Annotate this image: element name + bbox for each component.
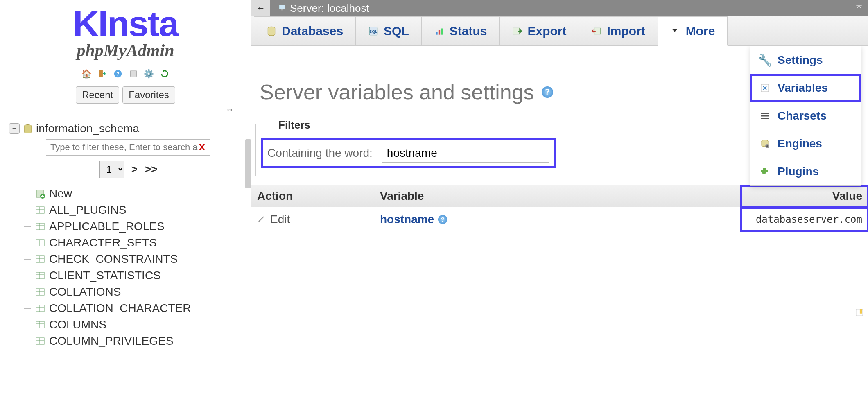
dropdown-label: Variables — [778, 81, 828, 95]
tree-table[interactable]: CLIENT_STATISTICS — [35, 267, 248, 284]
tab-databases[interactable]: Databases — [254, 16, 356, 45]
dropdown-engines[interactable]: Engines — [750, 130, 861, 158]
home-icon[interactable]: 🏠 — [81, 68, 92, 79]
tree-table[interactable]: COLUMNS — [35, 317, 248, 333]
tree-table-label: ALL_PLUGINS — [49, 203, 126, 217]
help-icon[interactable]: ? — [542, 86, 553, 98]
svg-rect-16 — [279, 5, 285, 9]
row-variable-label: hostname — [380, 213, 434, 226]
table-icon — [35, 320, 45, 330]
logo[interactable]: KInsta phpMyAdmin — [73, 0, 178, 63]
dropdown-label: Engines — [778, 137, 822, 150]
tree-new[interactable]: New — [35, 185, 248, 202]
db-tree: − information_schema X 1 > >> — [0, 118, 251, 416]
engines-icon — [760, 138, 770, 149]
tab-favorites[interactable]: Favorites — [122, 86, 175, 104]
tree-table[interactable]: COLLATION_CHARACTER_ — [35, 300, 248, 317]
svg-rect-21 — [436, 32, 437, 35]
sidebar: KInsta phpMyAdmin 🏠 ? ⚙️ Recent Favorite… — [0, 0, 251, 416]
sidebar-tabs: Recent Favorites — [76, 86, 175, 104]
database-icon — [266, 26, 277, 36]
pencil-icon — [257, 213, 266, 226]
logo-kinsta: KInsta — [73, 7, 178, 40]
wrench-icon: 🔧 — [760, 55, 770, 66]
tree-table-label: CHECK_CONSTRAINTS — [49, 253, 178, 266]
tree-table[interactable]: COLLATIONS — [35, 284, 248, 300]
reload-icon[interactable] — [159, 68, 170, 79]
variables-grid: Action Variable Value Edit hostname ? — [251, 185, 868, 232]
containing-word-row: Containing the word: — [263, 140, 554, 166]
new-table-icon — [35, 189, 45, 199]
tree-table[interactable]: APPLICABLE_ROLES — [35, 218, 248, 235]
filters-legend: Filters — [270, 115, 319, 135]
collapse-icon[interactable]: − — [9, 123, 20, 134]
tab-import[interactable]: Import — [579, 16, 658, 45]
chevron-down-icon — [670, 26, 681, 36]
database-icon — [23, 124, 33, 133]
docs-icon[interactable]: ? — [113, 68, 123, 79]
db-name[interactable]: information_schema — [36, 122, 139, 135]
sidebar-scrollbar[interactable] — [245, 139, 251, 188]
tree-page-last[interactable]: >> — [145, 163, 157, 175]
logout-icon[interactable] — [97, 68, 108, 79]
table-icon — [35, 303, 45, 313]
tree-table[interactable]: ALL_PLUGINS — [35, 202, 248, 218]
tab-label: Databases — [282, 24, 343, 38]
dropdown-label: Plugins — [778, 165, 819, 178]
tab-status[interactable]: Status — [422, 16, 500, 45]
bookmark-icon[interactable] — [855, 308, 864, 319]
link-icon[interactable] — [225, 107, 235, 116]
logo-phpmyadmin: phpMyAdmin — [73, 41, 178, 60]
svg-rect-22 — [439, 30, 440, 35]
breadcrumb-server[interactable]: Server: localhost — [278, 2, 369, 15]
tab-recent[interactable]: Recent — [76, 86, 119, 104]
svg-text:SQL: SQL — [369, 29, 377, 34]
tab-more[interactable]: More — [658, 16, 728, 46]
dropdown-plugins[interactable]: Plugins — [750, 158, 861, 185]
row-edit[interactable]: Edit — [251, 207, 374, 232]
db-root-node[interactable]: − information_schema — [9, 122, 248, 135]
tree-table-label: COLUMN_PRIVILEGES — [49, 335, 173, 348]
tab-sql[interactable]: SQL SQL — [356, 16, 422, 45]
breadcrumb-server-label: Server: localhost — [290, 2, 369, 15]
tab-export[interactable]: Export — [500, 16, 579, 45]
tree-filter-input[interactable] — [46, 139, 210, 156]
svg-rect-11 — [36, 272, 44, 279]
svg-rect-14 — [36, 321, 44, 328]
charsets-icon — [760, 111, 770, 121]
col-action: Action — [251, 185, 374, 207]
dropdown-variables[interactable]: Variables — [750, 74, 861, 102]
tree-table[interactable]: CHARACTER_SETS — [35, 235, 248, 251]
sql-icon: SQL — [368, 26, 379, 36]
row-variable[interactable]: hostname ? — [374, 207, 741, 232]
table-icon — [35, 222, 45, 231]
svg-rect-7 — [36, 207, 44, 213]
import-icon — [591, 26, 602, 36]
top-tabs: Databases SQL SQL Status Export Import M… — [251, 16, 868, 46]
grid-row: Edit hostname ? databaseserver.com — [251, 207, 868, 232]
svg-rect-3 — [130, 70, 136, 77]
svg-rect-10 — [36, 256, 44, 262]
tree-table-label: COLLATIONS — [49, 285, 121, 298]
tree-page-select[interactable]: 1 — [99, 161, 124, 178]
dropdown-label: Settings — [778, 54, 823, 67]
tree-pager: 1 > >> — [9, 161, 248, 178]
sql-icon[interactable] — [128, 68, 139, 79]
tree-page-next[interactable]: > — [131, 163, 138, 175]
dropdown-charsets[interactable]: Charsets — [750, 102, 861, 130]
clear-filter-icon[interactable]: X — [199, 142, 205, 153]
collapse-top-icon[interactable] — [854, 3, 864, 14]
dropdown-settings[interactable]: 🔧 Settings — [750, 46, 861, 74]
svg-rect-12 — [36, 289, 44, 295]
tree-table[interactable]: COLUMN_PRIVILEGES — [35, 333, 248, 349]
svg-rect-8 — [36, 223, 44, 230]
tree-table-label: COLUMNS — [49, 318, 106, 331]
settings-gear-icon[interactable]: ⚙️ — [144, 68, 154, 79]
help-icon[interactable]: ? — [438, 215, 447, 224]
svg-rect-17 — [281, 9, 283, 10]
containing-input[interactable] — [382, 144, 549, 163]
table-icon — [35, 254, 45, 264]
back-button[interactable]: ← — [251, 0, 270, 16]
tab-label: SQL — [384, 24, 409, 38]
tree-table[interactable]: CHECK_CONSTRAINTS — [35, 251, 248, 267]
